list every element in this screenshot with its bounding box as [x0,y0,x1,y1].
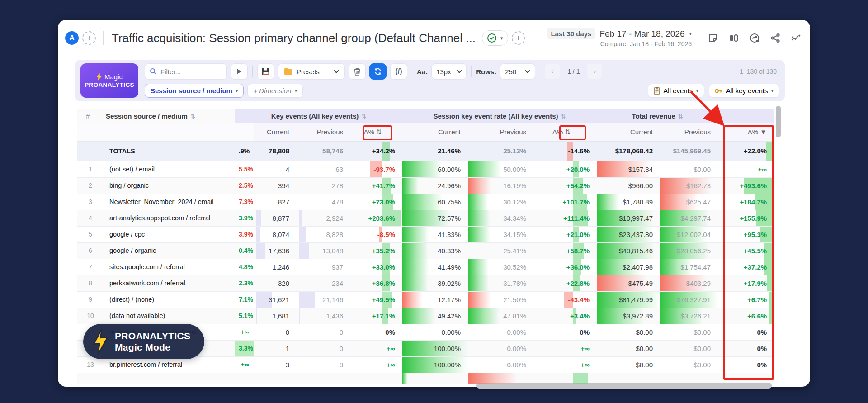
key-events-delta-cell: -93.7% [350,161,402,177]
row-number: 9 [77,291,104,308]
partial-row[interactable] [77,373,774,384]
save-button[interactable] [257,63,274,80]
rate-delta-cell: +111.4% [533,210,597,226]
key-events-current-cell: 31,621 [254,291,297,308]
dimension-column-header[interactable]: #Session source / medium⇅ [77,109,235,123]
magic-mode-badge: PROANALYTICSMagic Mode [83,324,204,359]
revenue-delta-cell: 0% [718,340,774,356]
key-events-previous-cell: 478 [297,194,350,210]
col-header-rate-previous[interactable]: Previous [468,123,533,141]
dimension-pill[interactable]: Session source / medium ▾ [145,84,244,98]
key-events-previous-cell: 63 [297,161,350,177]
table-row[interactable]: 1(not set) / email5.5%463-93.7%60.00%50.… [77,161,774,177]
source-medium-label: (not set) / email [104,161,235,177]
clipped-delta-cell: 4.8% [235,259,254,275]
insights-icon[interactable] [749,32,760,44]
add-dimension-button[interactable]: + Dimension ▾ [247,84,302,98]
col-header-rev-delta-sorted[interactable]: Δ% ▼ [718,123,774,141]
sort-icon[interactable]: ⇅ [678,113,683,120]
sort-icon[interactable]: ⇅ [561,113,566,120]
regex-toggle-button[interactable]: (/) [390,63,407,80]
next-page-button[interactable]: › [587,64,602,79]
horizontal-scrollbar[interactable] [476,383,772,389]
clipped-delta-cell: 7.1% [235,291,254,308]
filter-input[interactable] [160,68,219,76]
key-icon [715,88,723,94]
table-row[interactable]: 9(direct) / (none)7.1%31,62121,146+49.5%… [77,291,774,308]
header-divider [103,31,104,45]
col-header-ke-previous[interactable]: Previous [297,123,350,141]
revenue-current-cell: $0.00 [597,340,660,356]
revenue-delta-cell: 0% [718,324,774,340]
key-events-previous-cell: 0 [297,340,350,356]
delete-preset-button[interactable] [349,63,366,80]
table-row[interactable]: 3Newsletter_November_2024 / email7.3%827… [77,194,774,210]
rate-current-cell: 40.33% [402,242,468,259]
row-range-indicator: 1–130 of 130 [740,68,779,75]
col-header-ke-current[interactable]: Current [254,123,297,141]
key-events-previous-cell: 278 [297,177,350,194]
table-row[interactable]: 4art-analytics.appspot.com / referral3.9… [77,210,774,226]
col-header-rate-delta[interactable]: Δ% ⇅ [533,123,597,141]
revenue-current-cell: $1,780.89 [597,194,660,210]
col-header-ke-delta[interactable]: Δ% ⇅ [350,123,402,141]
avatar[interactable]: A [65,31,79,45]
totals-row[interactable]: TOTALS.9%78,80858,746+34.2%21.46%25.13%-… [77,141,774,161]
source-medium-label: art-analytics.appspot.com / referral [104,210,235,226]
key-events-delta-cell: -8.5% [350,226,402,242]
rate-delta-cell: +36.0% [533,259,597,275]
col-header-rate-current[interactable]: Current [402,123,468,141]
font-size-select[interactable]: 13px [431,63,467,80]
table-row[interactable]: 8perksatwork.com / referral2.3%320234+36… [77,275,774,291]
rows-select[interactable]: 250 [500,63,535,80]
rate-previous-cell: 0.00% [468,324,533,340]
group-header-empty [718,109,774,123]
revenue-current-cell: $3,972.89 [597,308,660,324]
page-indicator: 1 / 1 [564,68,583,75]
sync-button[interactable] [369,63,387,80]
rate-delta-cell: +22.8% [533,275,597,291]
sort-icon[interactable]: ⇅ [361,113,366,120]
sort-icon[interactable]: ⇅ [190,113,195,120]
apply-filter-button[interactable] [231,63,248,80]
prev-page-button[interactable]: ‹ [545,64,560,79]
rate-current-cell: 39.02% [402,275,468,291]
notes-icon[interactable] [707,32,719,44]
report-status-control[interactable]: ▾ [482,30,508,46]
sub-header-row: Current Previous Δ% ⇅ Current Previous Δ… [77,123,774,141]
revenue-delta-cell: +493.6% [718,177,774,194]
group-header-total-revenue[interactable]: Total revenue⇅ [597,109,718,123]
table-row[interactable]: 5google / cpc3.9%8,0748,828-8.5%41.33%34… [77,226,774,242]
add-collaborator-button[interactable]: + [82,31,96,45]
vertical-scrollbar[interactable] [776,106,781,137]
all-events-select[interactable]: All events ▾ [648,84,704,98]
rate-previous-cell: 25.13% [468,141,533,161]
table-row[interactable]: 10(data not available)5.1%1,6811,436+17.… [77,308,774,324]
rate-current-cell: 60.75% [402,194,468,210]
group-header-key-events[interactable]: Key events (All key events)⇅ [235,109,402,123]
filter-input-wrap [145,63,227,80]
revenue-delta-cell: +17.9% [718,275,774,291]
presets-select[interactable]: Presets [278,63,345,80]
col-header-rev-previous[interactable]: Previous [660,123,718,141]
table-row[interactable]: 7sites.google.com / referral4.8%1,246937… [77,259,774,275]
add-report-button[interactable]: + [512,31,525,45]
key-events-current-cell: 1,246 [254,259,297,275]
table-row[interactable]: 2bing / organic2.5%394278+41.7%24.96%16.… [77,177,774,194]
comparison-icon[interactable] [728,32,740,44]
source-medium-label: google / organic [104,242,235,259]
trend-sparkle-icon[interactable] [790,32,802,44]
revenue-current-cell: $178,068.42 [597,141,660,161]
revenue-previous-cell: $0.00 [660,356,718,373]
rate-current-cell: 100.00% [402,340,468,356]
magic-proanalytics-button[interactable]: Magic PROANALYTICS [80,63,138,98]
revenue-current-cell: $81,479.99 [597,291,660,308]
col-header-rev-current[interactable]: Current [597,123,660,141]
rate-previous-cell [468,373,533,384]
rate-delta-cell: +∞ [533,340,597,356]
share-icon[interactable] [769,32,781,44]
table-row[interactable]: 6google / organic0.4%17,63613,048+35.2%4… [77,242,774,259]
all-key-events-select[interactable]: All key events ▾ [709,84,779,98]
date-range-block[interactable]: Last 30 days Feb 17 - Mar 18, 2026 ▾ Com… [547,28,695,47]
group-header-session-rate[interactable]: Session key event rate (All key events)⇅ [402,109,597,123]
